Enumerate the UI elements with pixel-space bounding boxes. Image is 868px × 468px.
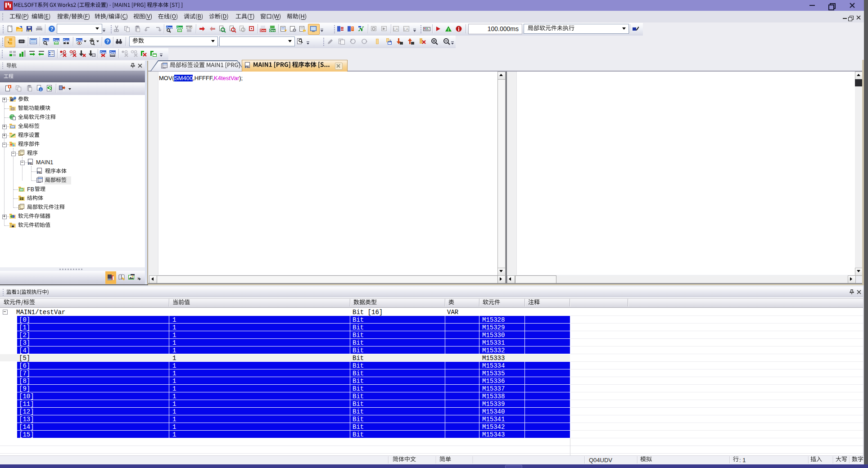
svg-text:Dev: Dev	[260, 29, 266, 32]
svg-text:HEX: HEX	[186, 26, 193, 29]
svg-text:Dev: Dev	[77, 39, 82, 42]
svg-text:?: ?	[50, 26, 54, 32]
svg-text:LA: LA	[393, 27, 398, 32]
svg-text:Dev: Dev	[110, 51, 116, 54]
svg-text:!: !	[448, 27, 449, 32]
svg-text:Dev: Dev	[270, 29, 276, 32]
svg-text:Dev: Dev	[63, 39, 69, 42]
svg-text:IL: IL	[389, 39, 392, 42]
svg-text:Dev: Dev	[177, 26, 183, 29]
svg-text:Dev: Dev	[100, 51, 106, 54]
svg-text:Dev: Dev	[54, 39, 59, 42]
svg-text:ST: ST	[245, 66, 249, 68]
svg-text:ST: ST	[28, 162, 32, 165]
svg-text:Dev: Dev	[167, 26, 172, 29]
svg-text:Dev: Dev	[43, 39, 49, 42]
svg-text:ST: ST	[37, 171, 41, 174]
svg-text:LA: LA	[403, 27, 408, 32]
svg-text:?: ?	[106, 39, 109, 44]
